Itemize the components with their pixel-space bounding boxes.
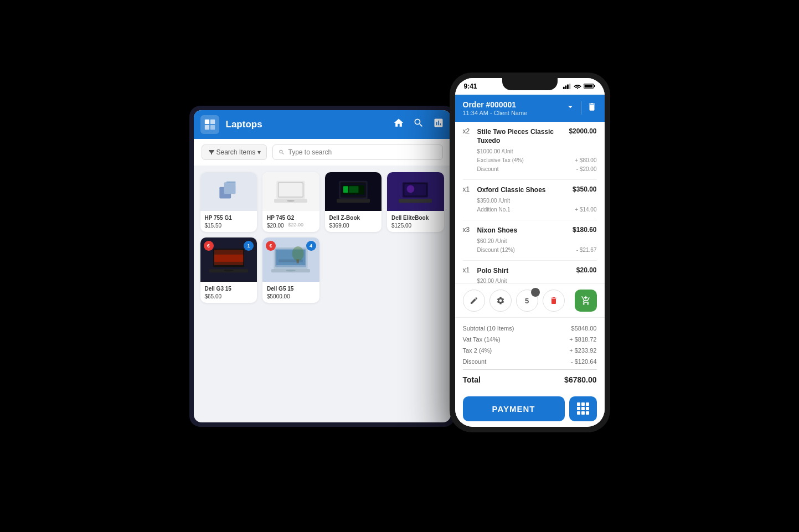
order-item-left: x1 Polo Shirt (463, 266, 509, 276)
payment-button[interactable]: PAYMENT (463, 396, 565, 421)
product-card-elitebook[interactable]: Dell EliteBook $125.00 (387, 172, 444, 232)
product-card-g5[interactable]: € 4 (262, 237, 319, 303)
detail-value: + $14.00 (575, 205, 596, 214)
product-card-g3[interactable]: € 1 (200, 237, 257, 303)
discount-value: - $120.64 (571, 357, 596, 368)
order-time: 11:34 AM - Client Name (463, 110, 528, 116)
svg-rect-0 (204, 119, 209, 123)
order-item-name: Stile Two Pieces Classic Tuxedo (477, 127, 560, 146)
filter-label: Search Items (216, 148, 256, 156)
svg-rect-28 (214, 255, 244, 262)
detail-label: Discount (12%) (477, 246, 515, 255)
detail-label: Discount (477, 165, 499, 174)
detail-unit: $1000.00 /Unit (477, 147, 597, 156)
svg-rect-44 (594, 85, 595, 87)
order-item-row: x1 Oxford Classic Shoes $350.00 (463, 185, 597, 195)
order-item-details: $1000.00 /Unit Exclusive Tax (4%) + $80.… (477, 147, 597, 174)
battery-icon (584, 83, 596, 89)
product-price: $369.00 (329, 223, 378, 229)
detail-label: Addition No.1 (477, 205, 511, 214)
analytics-icon[interactable] (433, 117, 444, 131)
product-name: HP 755 G1 (205, 214, 253, 221)
product-card-hp745[interactable]: HP 745 G2 $20.00 $22.00 (262, 172, 319, 232)
search-input-wrapper[interactable] (272, 144, 442, 160)
product-grid-row1: HP 755 G1 $15.50 (200, 172, 444, 232)
badge-qty-1: 1 (244, 241, 254, 251)
phone-notch (502, 78, 558, 90)
product-info: HP 745 G2 $20.00 $22.00 (262, 211, 319, 232)
order-item-left: x1 Oxford Classic Shoes (463, 185, 546, 195)
order-item-polo: x1 Polo Shirt $20.00 $20.00 /Unit (463, 261, 597, 283)
svg-point-30 (224, 270, 234, 272)
order-qty: x1 (463, 266, 473, 276)
tablet-logo-icon (200, 115, 219, 134)
order-qty: x2 (463, 127, 473, 146)
product-card-zbook[interactable]: Dell Z-Book $369.00 (325, 172, 382, 232)
home-icon[interactable] (393, 117, 404, 131)
badge-qty-4: 4 (306, 241, 316, 251)
order-delete-icon[interactable] (587, 102, 597, 114)
search-input[interactable] (288, 148, 436, 156)
svg-point-10 (287, 200, 295, 202)
phone-screen: 9:41 (455, 78, 605, 427)
order-item-name: Oxford Classic Shoes (477, 185, 546, 195)
svg-rect-40 (565, 85, 566, 89)
tablet-header: Laptops (194, 110, 451, 139)
keypad-button[interactable] (569, 396, 597, 421)
product-info: Dell Z-Book $369.00 (325, 211, 382, 232)
subtotal-value: $5848.00 (571, 323, 597, 334)
order-items-list: x2 Stile Two Pieces Classic Tuxedo $2000… (455, 122, 605, 284)
order-number: Order #000001 (463, 100, 528, 109)
phone-status-icons (563, 83, 596, 89)
search-items-filter[interactable]: Search Items ▾ (202, 144, 267, 160)
order-item-details: $350.00 /Unit Addition No.1 + $14.00 (477, 197, 597, 214)
summary-total: Total $6780.00 (463, 369, 597, 387)
delete-item-button[interactable] (543, 290, 565, 312)
detail-discount: Discount (12%) - $21.67 (477, 246, 597, 255)
svg-rect-11 (279, 183, 303, 197)
product-card-hp755[interactable]: HP 755 G1 $15.50 (200, 172, 257, 232)
product-image-laptop2 (325, 172, 382, 211)
order-item-row: x1 Polo Shirt $20.00 (463, 266, 597, 276)
order-item-price: $20.00 (576, 266, 597, 274)
phone-time: 9:41 (464, 82, 477, 90)
phone-status-bar: 9:41 (455, 78, 605, 95)
detail-label: $1000.00 /Unit (477, 147, 513, 156)
order-item-details: $60.20 /Unit Discount (12%) - $21.67 (477, 237, 597, 255)
order-item-price: $180.60 (573, 226, 596, 234)
header-divider (581, 101, 581, 115)
order-item-price: $2000.00 (569, 127, 596, 135)
product-info: Dell EliteBook $125.00 (387, 211, 444, 232)
svg-rect-42 (569, 84, 570, 89)
svg-rect-18 (337, 199, 370, 203)
detail-label: $350.00 /Unit (477, 197, 511, 205)
vat-label: Vat Tax (14%) (463, 334, 501, 345)
order-summary: Subtotal (10 Items) $5848.00 Vat Tax (14… (455, 317, 605, 390)
tax2-value: + $233.92 (569, 345, 596, 357)
order-item-tuxedo: x2 Stile Two Pieces Classic Tuxedo $2000… (463, 122, 597, 180)
search-icon[interactable] (413, 117, 424, 131)
order-qty: x3 (463, 226, 473, 235)
product-price: $15.50 (205, 223, 253, 229)
detail-value: + $80.00 (575, 156, 596, 165)
badge-euro-icon: € (204, 241, 214, 251)
scene: Laptops Search Items (189, 73, 610, 460)
empty-slot-1 (325, 237, 382, 303)
add-to-cart-button[interactable] (575, 290, 597, 312)
svg-rect-39 (563, 86, 564, 89)
detail-unit: $350.00 /Unit (477, 197, 597, 205)
order-qty: x1 (463, 185, 473, 195)
product-name: Dell G5 15 (267, 285, 315, 292)
edit-button[interactable] (463, 290, 485, 312)
badge-button[interactable]: 5 (516, 290, 538, 312)
product-image-laptop1 (262, 172, 319, 211)
summary-vat: Vat Tax (14%) + $818.72 (463, 334, 597, 345)
product-image-laptop3 (387, 172, 444, 211)
product-info: Dell G3 15 $65.00 (200, 282, 257, 303)
order-chevron-icon[interactable] (565, 102, 575, 114)
summary-subtotal: Subtotal (10 Items) $5848.00 (463, 323, 597, 334)
product-grid-row2: € 1 (200, 237, 444, 303)
order-item-row: x3 Nixon Shoes $180.60 (463, 226, 597, 235)
svg-point-23 (407, 185, 415, 193)
settings-button[interactable] (489, 290, 512, 312)
